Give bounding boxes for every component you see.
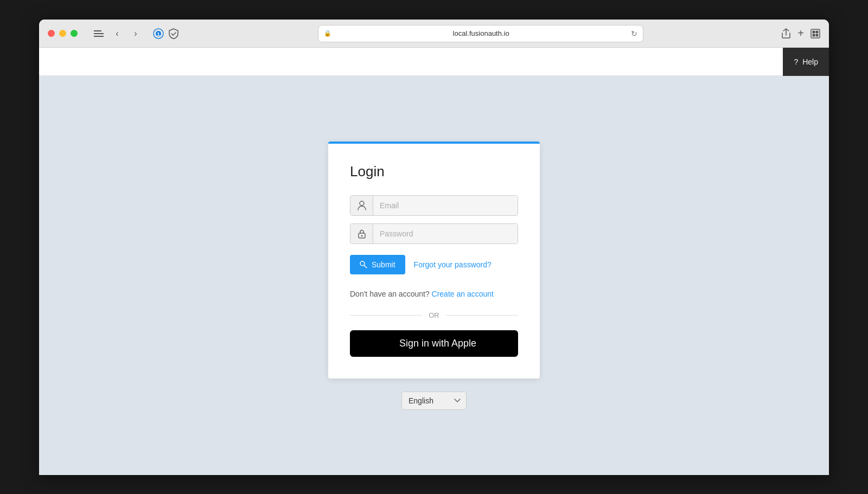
svg-rect-3 xyxy=(811,29,820,38)
svg-point-10 xyxy=(361,235,362,236)
help-circle-icon: ? xyxy=(794,57,798,66)
close-button[interactable] xyxy=(48,30,55,37)
help-bar: ? Help xyxy=(39,48,829,76)
svg-point-8 xyxy=(360,201,364,206)
browser-actions: + xyxy=(781,27,820,40)
or-label: OR xyxy=(429,311,439,319)
key-icon xyxy=(360,261,367,268)
svg-text:1: 1 xyxy=(157,31,159,37)
address-bar[interactable]: 🔒 local.fusionauth.io ↻ xyxy=(318,25,643,42)
register-row: Don't have an account? Create an account xyxy=(350,290,518,298)
tabs-overview-button[interactable] xyxy=(810,29,820,39)
or-divider: OR xyxy=(350,311,518,319)
or-line-left xyxy=(350,315,422,316)
browser-titlebar: ‹ › 1 🔒 local.fu xyxy=(39,20,829,48)
browser-nav: ‹ › xyxy=(91,25,144,42)
create-account-link[interactable]: Create an account xyxy=(432,290,494,298)
lock-icon: 🔒 xyxy=(324,30,331,37)
forward-button[interactable]: › xyxy=(127,25,144,42)
language-selector[interactable]: English Spanish French xyxy=(401,392,467,410)
or-line-right xyxy=(446,315,518,316)
lock-field-icon xyxy=(350,224,373,243)
no-account-text: Don't have an account? xyxy=(350,290,430,298)
form-actions: Submit Forgot your password? xyxy=(350,255,518,274)
svg-rect-6 xyxy=(813,34,815,36)
url-text: local.fusionauth.io xyxy=(335,29,628,37)
address-bar-container: 🔒 local.fusionauth.io ↻ xyxy=(193,25,768,42)
forgot-password-link[interactable]: Forgot your password? xyxy=(414,260,492,269)
language-selector-wrap: English Spanish French xyxy=(401,392,467,410)
browser-extensions: 1 xyxy=(152,28,180,40)
svg-rect-5 xyxy=(816,30,819,33)
apple-signin-label: Sign in with Apple xyxy=(399,338,476,349)
user-icon xyxy=(350,196,373,215)
refresh-icon[interactable]: ↻ xyxy=(631,29,637,38)
new-tab-button[interactable]: + xyxy=(797,27,804,40)
password-input-group xyxy=(350,223,518,244)
login-card-body: Login xyxy=(328,144,540,378)
back-button[interactable]: ‹ xyxy=(109,25,125,42)
password-input[interactable] xyxy=(373,224,518,243)
traffic-lights xyxy=(48,30,78,37)
submit-button[interactable]: Submit xyxy=(350,255,405,274)
login-card: Login xyxy=(328,142,540,378)
sidebar-icon xyxy=(92,28,106,39)
maximize-button[interactable] xyxy=(71,30,78,37)
svg-rect-7 xyxy=(816,34,819,36)
browser-window: ‹ › 1 🔒 local.fu xyxy=(39,20,829,475)
login-title: Login xyxy=(350,163,518,180)
email-input-group xyxy=(350,195,518,216)
apple-signin-button[interactable]: Sign in with Apple xyxy=(350,330,518,357)
help-label: Help xyxy=(802,57,818,66)
email-input[interactable] xyxy=(373,196,518,215)
sidebar-toggle-button[interactable] xyxy=(91,25,107,42)
share-button[interactable] xyxy=(781,28,791,39)
shield-icon[interactable] xyxy=(168,28,180,40)
minimize-button[interactable] xyxy=(59,30,66,37)
submit-label: Submit xyxy=(372,260,395,269)
svg-rect-4 xyxy=(813,30,815,33)
page-content: Login xyxy=(39,76,829,475)
help-button[interactable]: ? Help xyxy=(783,48,829,76)
1password-icon[interactable]: 1 xyxy=(152,28,164,40)
